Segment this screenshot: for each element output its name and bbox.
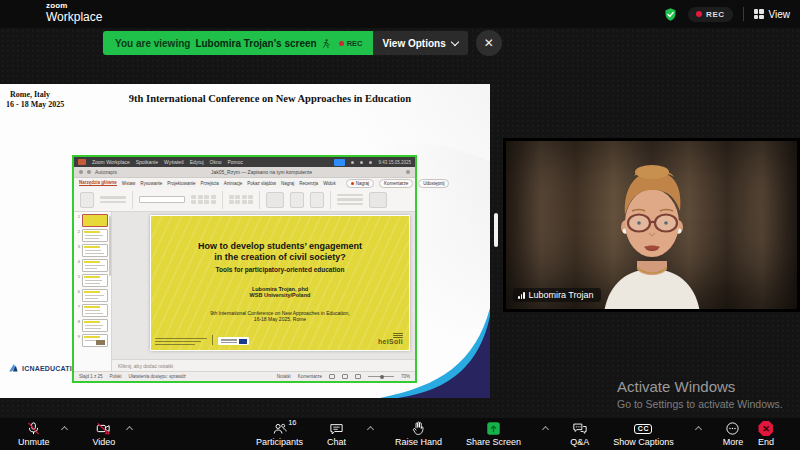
ppt-body: 1 2 3 4 5 6 7 8 9 How to <box>74 212 415 371</box>
meeting-top-bar: zoom Workplace REC View <box>0 0 800 28</box>
quick-access-icon[interactable] <box>87 170 91 174</box>
tray-icon[interactable] <box>369 161 372 164</box>
quick-styles-button[interactable] <box>310 192 324 208</box>
slide-thumbnail[interactable] <box>82 259 108 272</box>
security-shield-icon[interactable] <box>663 7 678 22</box>
tab-review[interactable]: Recenzja <box>299 181 318 186</box>
brand-zoom: zoom <box>46 2 102 10</box>
participants-count: 16 <box>288 418 296 427</box>
slide-thumbnail[interactable] <box>82 289 108 302</box>
status-language[interactable]: Polski <box>110 374 122 379</box>
more-button[interactable]: More <box>719 421 748 447</box>
slide-thumbnail-panel[interactable]: 1 2 3 4 5 6 7 8 9 <box>74 212 112 371</box>
menu-item[interactable]: Pomoc <box>228 159 244 165</box>
tab-slideshow[interactable]: Pokaz slajdów <box>247 181 276 186</box>
tab-draw[interactable]: Rysowanie <box>140 181 162 186</box>
comments-button[interactable]: Komentarze <box>379 179 413 188</box>
slide-thumbnail[interactable] <box>82 304 108 317</box>
status-comments-button[interactable]: Komentarze <box>298 374 322 379</box>
designer-button[interactable] <box>369 192 387 208</box>
participants-button[interactable]: 16 Participants <box>252 421 307 447</box>
font-style-buttons[interactable] <box>191 195 216 205</box>
ppt-ribbon-tabs: Narzędzia główne Wstaw Rysowanie Projekt… <box>74 178 415 188</box>
slide-dates: 16 - 18 May 2025 <box>6 100 64 109</box>
quick-access-icon[interactable] <box>79 170 83 174</box>
menu-item[interactable]: Spotkanie <box>136 159 158 165</box>
end-meeting-button[interactable]: ✕ End <box>754 421 778 447</box>
status-notes-button[interactable]: Notatki <box>277 374 291 379</box>
thumbnail-scrollbar[interactable] <box>109 216 111 276</box>
chat-options-chevron[interactable] <box>367 425 374 432</box>
qa-button[interactable]: Q&A <box>566 421 593 447</box>
slide-thumbnail[interactable] <box>82 319 108 332</box>
tab-home[interactable]: Narzędzia główne <box>79 180 117 186</box>
view-options-button[interactable]: View Options <box>373 31 468 55</box>
status-accessibility[interactable]: Ułatwienia dostępu: sprawdź <box>129 374 186 379</box>
record-button[interactable]: Nagraj <box>346 179 374 188</box>
menu-item[interactable]: Wyświetl <box>164 159 184 165</box>
screen-share-banner: You are viewing Lubomira Trojan's screen… <box>103 31 502 55</box>
tray-icon[interactable] <box>360 161 363 164</box>
close-banner-button[interactable]: ✕ <box>476 30 502 56</box>
slide-thumbnail[interactable] <box>82 334 108 347</box>
slide-thumbnail[interactable] <box>82 244 108 257</box>
font-selector[interactable] <box>139 196 185 203</box>
video-button[interactable]: Video <box>89 421 120 447</box>
viewing-prefix: You are viewing <box>115 38 190 49</box>
ppt-title-bar: Autozapis Jak05_Rzym — Zapisano na tym k… <box>74 167 415 178</box>
share-options-chevron[interactable] <box>542 425 549 432</box>
windows-activation-watermark: Activate Windows Go to Settings to activ… <box>617 378 783 410</box>
menu-item[interactable]: Edytuj <box>190 159 204 165</box>
tab-view[interactable]: Widok <box>323 181 336 186</box>
recording-indicator[interactable]: REC <box>688 7 732 22</box>
editing-buttons[interactable] <box>337 194 363 206</box>
chat-button[interactable]: Chat <box>323 421 350 447</box>
menu-item[interactable]: Zoom Workplace <box>92 159 130 165</box>
view-label: View <box>769 9 791 20</box>
raise-hand-button[interactable]: Raise Hand <box>391 421 446 447</box>
zoom-slider[interactable] <box>368 376 394 377</box>
slide-canvas[interactable]: How to develop students’ engagement in t… <box>112 212 415 371</box>
tab-design[interactable]: Projektowanie <box>167 181 195 186</box>
unmute-button[interactable]: Unmute <box>14 421 54 447</box>
clipboard-icons <box>100 196 126 203</box>
share-screen-icon <box>486 421 501 436</box>
slide-location: Rome, Italy <box>10 90 50 99</box>
tab-record[interactable]: Nagraj <box>281 181 294 186</box>
audio-options-chevron[interactable] <box>60 425 67 432</box>
slide-thumbnail[interactable] <box>82 274 108 287</box>
shapes-gallery[interactable] <box>266 192 284 208</box>
search-icon[interactable] <box>406 170 410 174</box>
participant-video-tile[interactable]: Lubomira Trojan <box>506 141 797 309</box>
share-screen-button[interactable]: Share Screen <box>462 421 525 447</box>
slideshow-view-button[interactable] <box>355 374 361 379</box>
zoom-percentage[interactable]: 70% <box>401 374 410 379</box>
deck-title: How to develop students’ engagement in t… <box>151 241 409 264</box>
notes-area[interactable]: Kliknij, aby dodać notatki <box>112 359 415 371</box>
view-button[interactable]: View <box>754 9 791 20</box>
menu-item[interactable]: Okno <box>210 159 222 165</box>
mic-muted-icon <box>26 421 41 436</box>
video-options-chevron[interactable] <box>126 425 133 432</box>
share-button[interactable]: Udostępnij <box>418 179 449 188</box>
arrange-button[interactable] <box>290 192 304 208</box>
tab-insert[interactable]: Wstaw <box>122 181 136 186</box>
panel-drag-handle[interactable] <box>494 213 498 247</box>
paragraph-buttons[interactable] <box>229 195 254 205</box>
slide-thumbnail-selected[interactable] <box>82 214 108 227</box>
normal-view-button[interactable] <box>329 374 335 379</box>
autosave-toggle[interactable]: Autozapis <box>95 169 117 175</box>
taskbar-app-icon[interactable] <box>334 159 345 166</box>
captions-options-chevron[interactable] <box>695 425 702 432</box>
tray-icon[interactable] <box>351 161 354 164</box>
eu-flag-icon <box>239 339 247 344</box>
paste-button[interactable] <box>80 192 94 208</box>
app-icon <box>78 159 86 165</box>
sorter-view-button[interactable] <box>342 374 348 379</box>
slide-page[interactable]: How to develop students’ engagement in t… <box>150 215 410 351</box>
end-icon: ✕ <box>758 421 773 436</box>
tab-transitions[interactable]: Przejścia <box>201 181 219 186</box>
show-captions-button[interactable]: CC Show Captions <box>609 421 678 447</box>
slide-thumbnail[interactable] <box>82 229 108 242</box>
tab-animations[interactable]: Animacje <box>224 181 243 186</box>
